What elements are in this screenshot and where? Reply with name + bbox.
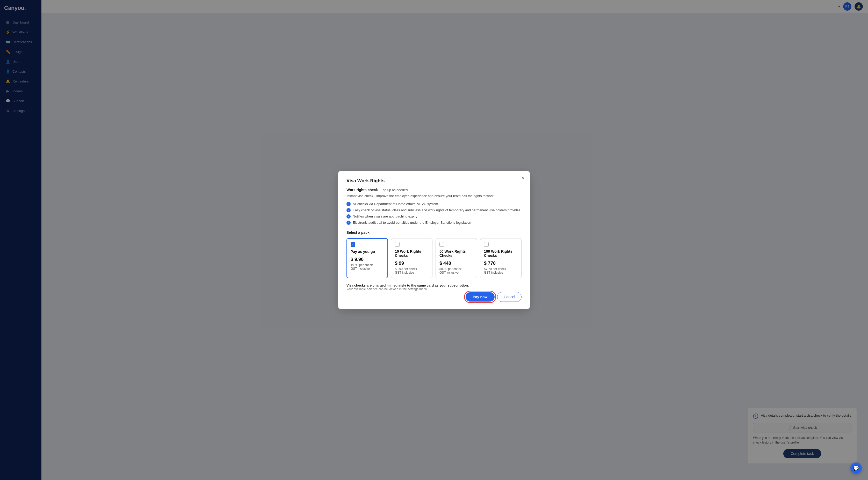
pack-price: $ 9.90 bbox=[351, 257, 384, 262]
modal-title: Visa Work Rights bbox=[346, 178, 522, 184]
pack-gst: GST inclusive bbox=[439, 271, 473, 274]
pack-price: $ 440 bbox=[439, 261, 473, 266]
modal-footer: Pay now Cancel bbox=[346, 292, 522, 302]
features-list: ✓ All checks via Department of Home Affa… bbox=[346, 202, 522, 225]
pack-card-100[interactable]: 100 Work Rights Checks $ 770 $7.70 per c… bbox=[480, 238, 522, 278]
chat-fab-button[interactable]: 💬 bbox=[850, 462, 862, 474]
check-icon: ✓ bbox=[346, 214, 351, 218]
pack-name: 10 Work Rights Checks bbox=[395, 249, 429, 258]
pack-gst: GST inclusive bbox=[395, 271, 429, 274]
pack-price: $ 770 bbox=[484, 261, 518, 266]
pay-now-button[interactable]: Pay now bbox=[466, 292, 495, 302]
check-icon: ✓ bbox=[346, 208, 351, 212]
feature-text: Electronic audit trail to avoid penaltie… bbox=[353, 220, 471, 225]
work-rights-subtitle: Top up as needed bbox=[381, 188, 408, 192]
pack-per-check: $7.70 per check bbox=[484, 267, 518, 271]
close-button[interactable]: × bbox=[522, 176, 525, 181]
billing-notice-main: Visa checks are charged immediately to t… bbox=[346, 283, 522, 287]
list-item: ✓ Notifies when visa's are approaching e… bbox=[346, 214, 522, 219]
pack-gst: GST inclusive bbox=[351, 267, 384, 271]
pack-per-check: $9.90 per check bbox=[351, 263, 384, 267]
pack-card-10[interactable]: 10 Work Rights Checks $ 99 $9.90 per che… bbox=[391, 238, 432, 278]
pack-price: $ 99 bbox=[395, 261, 429, 266]
work-rights-title: Work rights check bbox=[346, 188, 378, 192]
check-icon: ✓ bbox=[346, 202, 351, 206]
list-item: ✓ Electronic audit trail to avoid penalt… bbox=[346, 220, 522, 225]
pack-checkbox-100 bbox=[484, 242, 489, 247]
pack-name: Pay as you go bbox=[351, 249, 384, 254]
pack-name: 100 Work Rights Checks bbox=[484, 249, 518, 258]
pack-name: 50 Work Rights Checks bbox=[439, 249, 473, 258]
pack-per-check: $8.80 per check bbox=[439, 267, 473, 271]
pack-checkbox-payg: ✓ bbox=[351, 242, 355, 247]
packs-grid: ✓ Pay as you go $ 9.90 $9.90 per check G… bbox=[346, 238, 522, 278]
feature-text: Easy check of visa status, class and sub… bbox=[353, 208, 520, 213]
list-item: ✓ All checks via Department of Home Affa… bbox=[346, 202, 522, 206]
visa-work-rights-modal: × Visa Work Rights Work rights check Top… bbox=[338, 171, 530, 309]
select-pack-label: Select a pack bbox=[346, 231, 522, 235]
modal-overlay[interactable]: × Visa Work Rights Work rights check Top… bbox=[0, 0, 868, 480]
work-rights-description: Instant visa check - Improve the employe… bbox=[346, 194, 522, 199]
pack-checkbox-10 bbox=[395, 242, 400, 247]
cancel-button[interactable]: Cancel bbox=[497, 292, 522, 302]
feature-text: All checks via Department of Home Affair… bbox=[353, 202, 438, 206]
pack-card-payg[interactable]: ✓ Pay as you go $ 9.90 $9.90 per check G… bbox=[346, 238, 388, 278]
billing-notice: Visa checks are charged immediately to t… bbox=[346, 283, 522, 291]
check-icon: ✓ bbox=[346, 220, 351, 225]
work-rights-header: Work rights check Top up as needed bbox=[346, 188, 522, 192]
pack-card-50[interactable]: 50 Work Rights Checks $ 440 $8.80 per ch… bbox=[436, 238, 477, 278]
pack-per-check: $9.90 per check bbox=[395, 267, 429, 271]
list-item: ✓ Easy check of visa status, class and s… bbox=[346, 208, 522, 213]
billing-notice-sub: Your available balance can be viewed in … bbox=[346, 287, 522, 291]
pack-gst: GST inclusive bbox=[484, 271, 518, 274]
feature-text: Notifies when visa's are approaching exp… bbox=[353, 214, 417, 219]
pack-checkbox-50 bbox=[439, 242, 444, 247]
